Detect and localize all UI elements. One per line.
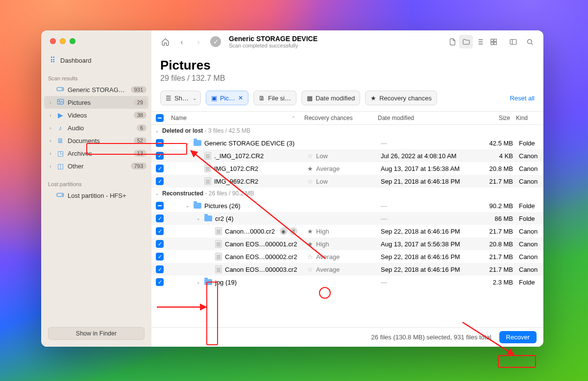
col-date[interactable]: Date modified	[375, 115, 478, 121]
category-icon: ▶	[56, 111, 65, 119]
disclosure-icon[interactable]: ⌄	[196, 280, 201, 285]
row-checkbox[interactable]	[156, 165, 164, 172]
table-row[interactable]: Canon EOS…000002.cr2☆AverageSep 22, 2018…	[151, 250, 543, 263]
size-value: 42.5 MB	[481, 140, 516, 147]
row-checkbox[interactable]	[156, 265, 164, 273]
scan-status-icon: ✓	[210, 36, 221, 47]
col-name[interactable]: Name⌃	[168, 115, 301, 121]
svg-point-3	[58, 100, 60, 102]
size-value: 86 MB	[481, 215, 516, 222]
file-icon	[215, 227, 222, 235]
file-name: Canon…0000.cr2	[225, 228, 275, 235]
select-all-checkbox[interactable]	[156, 114, 164, 122]
col-kind[interactable]: Kind	[513, 115, 540, 121]
clear-filter-icon[interactable]: ✕	[238, 95, 243, 101]
sidebar-item-other[interactable]: ›◫Other793	[41, 160, 151, 172]
file-icon	[204, 165, 211, 172]
show-in-finder-button[interactable]: Show in Finder	[48, 327, 145, 340]
recover-button[interactable]: Recover	[499, 331, 537, 343]
row-checkbox[interactable]	[156, 253, 164, 261]
table-row[interactable]: ._IMG_1072.CR2☆LowJul 26, 2022 at 4:08:1…	[151, 149, 543, 162]
hex-icon[interactable]: #	[290, 227, 297, 235]
sidebar-item-archives[interactable]: ›◳Archives13	[41, 147, 151, 160]
table-row[interactable]: ⌄jpg (19)—2.3 MBFolde	[151, 276, 543, 288]
preview-icon[interactable]: ◉	[280, 227, 288, 235]
sidebar-item-audio[interactable]: ›♪Audio6	[41, 121, 151, 134]
row-checkbox[interactable]	[156, 139, 164, 147]
sidebar-item-label: Documents	[68, 137, 131, 144]
view-file-icon[interactable]	[445, 35, 459, 48]
row-checkbox[interactable]	[156, 240, 164, 248]
col-size[interactable]: Size	[478, 115, 513, 121]
row-checkbox[interactable]	[156, 227, 164, 235]
row-checkbox[interactable]	[156, 214, 164, 222]
table-row[interactable]: Canon EOS…000003.cr2☆AverageSep 22, 2018…	[151, 263, 543, 276]
recovery-filter[interactable]: ★Recovery chances	[365, 91, 437, 105]
sidebar-toggle-icon[interactable]	[506, 35, 520, 48]
sidebar-item-videos[interactable]: ›▶Videos38	[41, 109, 151, 121]
row-checkbox[interactable]	[156, 177, 164, 185]
view-grid-icon[interactable]	[487, 35, 500, 48]
pictures-filter-chip[interactable]: ▣Pic…✕	[206, 91, 248, 105]
forward-button[interactable]: ›	[192, 35, 205, 48]
table-row[interactable]: IMG_9692.CR2☆LowSep 21, 2018 at 6:46:18 …	[151, 175, 543, 188]
selection-status: 26 files (130.8 MB) selected, 931 files …	[371, 333, 491, 341]
date-value: Sep 21, 2018 at 6:46:18 PM	[381, 178, 460, 185]
search-icon[interactable]	[523, 35, 537, 48]
size-value: 21.7 MB	[481, 178, 516, 185]
size-value: 4 KB	[481, 152, 516, 160]
scan-subtitle: Scan completed successfully	[229, 43, 442, 49]
minimize-window-button[interactable]	[60, 38, 66, 44]
group-header-reconstructed[interactable]: ⌄ Reconstructed - 26 files / 90.2 MB	[151, 188, 543, 199]
sidebar-item-generic-storag-[interactable]: Generic STORAG…931	[41, 83, 151, 96]
table-row[interactable]: Canon…0000.cr2◉#★HighSep 22, 2018 at 6:4…	[151, 225, 543, 238]
table-row[interactable]: IMG_1072.CR2★AverageAug 13, 2017 at 1:56…	[151, 162, 543, 175]
size-value: 21.7 MB	[481, 253, 516, 261]
col-recovery[interactable]: Recovery chances	[301, 115, 375, 121]
picture-icon: ▣	[211, 95, 217, 102]
date-value: Sep 22, 2018 at 6:46:16 PM	[381, 253, 460, 261]
disclosure-icon[interactable]: ⌄	[185, 141, 191, 145]
close-window-button[interactable]	[50, 38, 56, 44]
folder-icon	[194, 140, 201, 146]
row-checkbox[interactable]	[156, 152, 164, 160]
table-row[interactable]: ⌄cr2 (4)—86 MBFolde	[151, 212, 543, 225]
sidebar-item-documents[interactable]: ›🗎Documents52	[41, 134, 151, 147]
kind-value: Canon	[516, 266, 543, 273]
sidebar-item-label: Generic STORAG…	[68, 86, 128, 94]
count-badge: 793	[131, 163, 147, 169]
group-header-deleted[interactable]: ⌄ Deleted or lost - 3 files / 42.5 MB	[151, 125, 543, 137]
file-icon	[204, 177, 211, 185]
table-row[interactable]: ⌄Generic STORAGE DEVICE (3)—42.5 MBFolde	[151, 137, 543, 149]
category-icon: ◫	[56, 162, 65, 170]
file-icon: 🗎	[259, 95, 265, 102]
filesize-filter[interactable]: 🗎File si…	[253, 91, 296, 105]
show-filter[interactable]: ☰Sh…⌄	[160, 91, 201, 105]
date-filter[interactable]: ▦Date modified	[301, 91, 360, 105]
sidebar-item-pictures[interactable]: ›Pictures29	[44, 96, 148, 109]
disclosure-icon[interactable]: ⌄	[196, 216, 201, 221]
recovery-value: High	[316, 228, 329, 235]
title-block: Generic STORAGE DEVICE Scan completed su…	[229, 35, 442, 49]
view-list-icon[interactable]	[473, 35, 487, 48]
row-checkbox[interactable]	[156, 202, 164, 210]
dashboard-link[interactable]: ⠿ Dashboard	[41, 44, 151, 71]
sidebar-item-lost-partition[interactable]: Lost partition - HFS+	[41, 189, 151, 202]
count-badge: 29	[134, 99, 147, 106]
table-row[interactable]: ⌄Pictures (26)—90.2 MBFolde	[151, 199, 543, 212]
sidebar-item-label: Other	[68, 163, 128, 170]
svg-rect-6	[490, 39, 493, 41]
star-icon: ☆	[307, 178, 313, 185]
row-checkbox[interactable]	[156, 278, 164, 286]
svg-rect-2	[57, 99, 64, 104]
zoom-window-button[interactable]	[70, 38, 75, 44]
count-badge: 52	[134, 137, 147, 144]
reset-filters-link[interactable]: Reset all	[510, 95, 535, 102]
chevron-icon: ›	[48, 164, 53, 169]
disclosure-icon[interactable]: ⌄	[185, 203, 191, 208]
view-folder-icon[interactable]	[459, 35, 473, 48]
home-button[interactable]	[158, 35, 172, 48]
back-button[interactable]: ‹	[175, 35, 189, 48]
star-icon: ★	[307, 240, 313, 248]
table-row[interactable]: Canon EOS…000001.cr2★HighAug 13, 2017 at…	[151, 238, 543, 250]
